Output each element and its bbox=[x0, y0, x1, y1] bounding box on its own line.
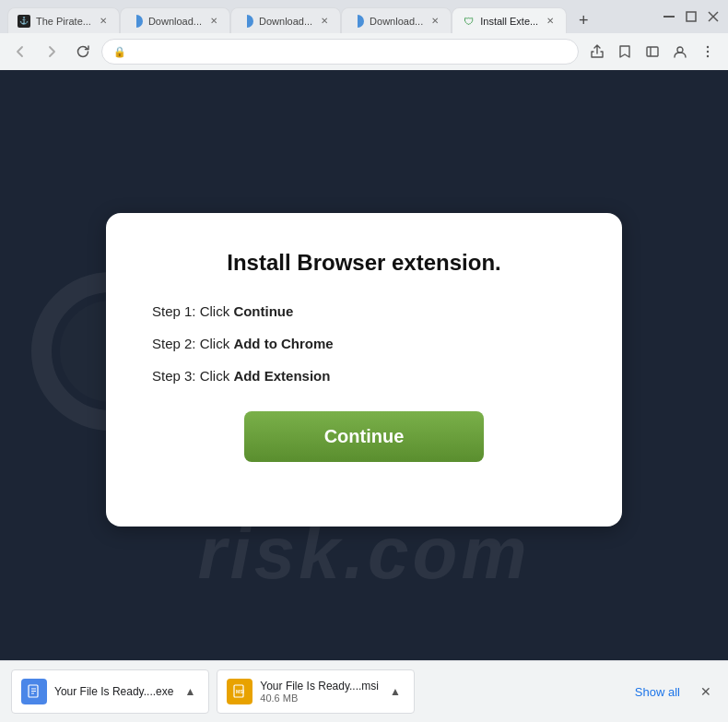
step-3: Step 3: Click Add Extension bbox=[152, 368, 576, 384]
back-button[interactable] bbox=[7, 39, 33, 65]
card-title: Install Browser extension. bbox=[227, 250, 500, 276]
tab-2-label: Download... bbox=[148, 16, 202, 27]
tab-1[interactable]: ⚓ The Pirate... ✕ bbox=[7, 7, 120, 33]
download-item-exe[interactable]: Your File Is Ready....exe ▲ bbox=[11, 669, 209, 714]
step-1: Step 1: Click Continue bbox=[152, 303, 576, 319]
toolbar-icons bbox=[584, 39, 721, 65]
window-controls bbox=[662, 9, 721, 24]
browser-content: risk.com Install Browser extension. Step… bbox=[0, 70, 728, 669]
tab-1-close[interactable]: ✕ bbox=[97, 15, 110, 28]
steps-area: Step 1: Click Continue Step 2: Click Add… bbox=[152, 303, 576, 384]
tab-3-label: Download... bbox=[259, 16, 312, 27]
step-3-bold: Add Extension bbox=[233, 368, 330, 384]
tab-3[interactable]: Download... ✕ bbox=[230, 7, 341, 33]
step-1-bold: Continue bbox=[233, 303, 293, 319]
download-msi-chevron[interactable]: ▲ bbox=[386, 681, 405, 702]
download-exe-icon bbox=[21, 679, 47, 704]
svg-point-7 bbox=[707, 46, 709, 48]
address-bar-row: 🔒 bbox=[0, 33, 728, 70]
step-2-bold: Add to Chrome bbox=[233, 336, 333, 351]
svg-rect-0 bbox=[663, 16, 675, 18]
minimize-button[interactable] bbox=[662, 9, 676, 24]
svg-point-9 bbox=[707, 55, 709, 57]
tab-4-label: Download... bbox=[370, 16, 423, 27]
tab-3-favicon bbox=[241, 15, 253, 28]
forward-button[interactable] bbox=[39, 39, 65, 65]
step-2-prefix: Step 2: Click bbox=[152, 336, 233, 351]
tab-5-close[interactable]: ✕ bbox=[544, 15, 557, 28]
close-window-button[interactable] bbox=[706, 9, 721, 24]
tab-3-close[interactable]: ✕ bbox=[318, 15, 331, 28]
tab-1-label: The Pirate... bbox=[36, 16, 91, 27]
address-bar[interactable]: 🔒 bbox=[101, 39, 579, 65]
tab-5[interactable]: 🛡 Install Exte... ✕ bbox=[452, 7, 567, 33]
tab-2[interactable]: Download... ✕ bbox=[120, 7, 230, 33]
tabs-area: ⚓ The Pirate... ✕ Download... ✕ Download… bbox=[7, 0, 662, 33]
step-3-prefix: Step 3: Click bbox=[152, 368, 233, 384]
tab-4-close[interactable]: ✕ bbox=[429, 15, 441, 28]
lock-icon: 🔒 bbox=[113, 46, 126, 58]
menu-icon[interactable] bbox=[695, 39, 721, 65]
svg-rect-1 bbox=[687, 12, 696, 21]
svg-point-6 bbox=[677, 47, 683, 53]
tab-1-favicon: ⚓ bbox=[18, 15, 30, 28]
svg-text:MSI: MSI bbox=[236, 689, 245, 694]
download-bar-close-button[interactable]: ✕ bbox=[695, 681, 717, 703]
bookmark-icon[interactable] bbox=[612, 39, 638, 65]
download-msi-size: 40.6 MB bbox=[260, 692, 379, 704]
refresh-button[interactable] bbox=[70, 39, 96, 65]
tab-5-favicon: 🛡 bbox=[462, 15, 475, 28]
sidebar-icon[interactable] bbox=[640, 39, 665, 65]
download-item-msi[interactable]: MSI Your File Is Ready....msi 40.6 MB ▲ bbox=[217, 669, 415, 714]
download-msi-name: Your File Is Ready....msi bbox=[260, 680, 379, 692]
tab-4-favicon bbox=[351, 15, 364, 28]
share-icon[interactable] bbox=[584, 39, 610, 65]
account-icon[interactable] bbox=[667, 39, 693, 65]
svg-point-8 bbox=[707, 51, 709, 53]
download-msi-icon: MSI bbox=[227, 679, 252, 704]
download-msi-text: Your File Is Ready....msi 40.6 MB bbox=[260, 680, 379, 704]
download-bar-close-icon: ✕ bbox=[700, 684, 711, 699]
svg-rect-4 bbox=[647, 47, 658, 56]
step-1-prefix: Step 1: Click bbox=[152, 303, 233, 319]
main-card: Install Browser extension. Step 1: Click… bbox=[106, 213, 622, 527]
tab-2-close[interactable]: ✕ bbox=[207, 15, 220, 28]
download-exe-name: Your File Is Ready....exe bbox=[54, 685, 173, 698]
download-bar: Your File Is Ready....exe ▲ MSI Your Fil… bbox=[0, 660, 728, 722]
tab-4[interactable]: Download... ✕ bbox=[341, 7, 452, 33]
browser-window: ⚓ The Pirate... ✕ Download... ✕ Download… bbox=[0, 0, 728, 669]
continue-button[interactable]: Continue bbox=[244, 411, 484, 462]
new-tab-button[interactable]: + bbox=[570, 7, 596, 33]
tab-5-label: Install Exte... bbox=[480, 16, 538, 27]
show-all-button[interactable]: Show all bbox=[628, 681, 687, 703]
step-2: Step 2: Click Add to Chrome bbox=[152, 336, 576, 351]
download-exe-text: Your File Is Ready....exe bbox=[54, 685, 173, 698]
download-exe-chevron[interactable]: ▲ bbox=[181, 681, 199, 702]
maximize-button[interactable] bbox=[684, 9, 699, 24]
title-bar: ⚓ The Pirate... ✕ Download... ✕ Download… bbox=[0, 0, 728, 33]
tab-2-favicon bbox=[130, 15, 143, 28]
